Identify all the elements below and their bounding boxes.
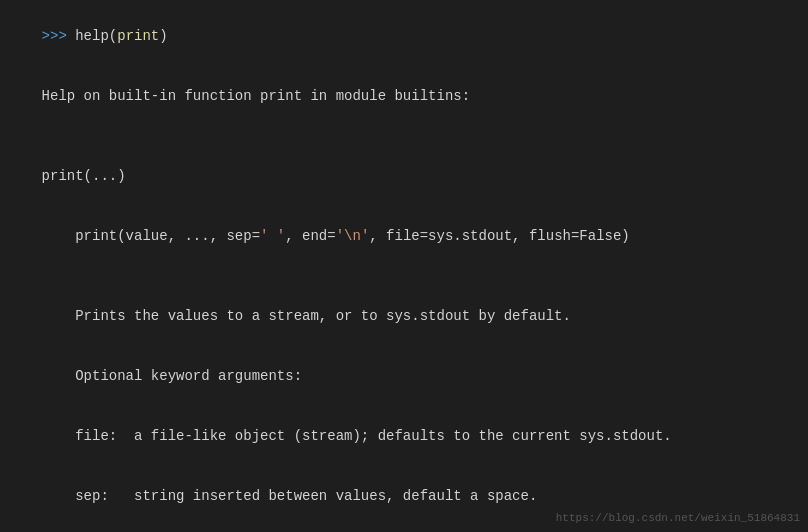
watermark: https://blog.csdn.net/weixin_51864831	[556, 512, 800, 524]
line-desc-1: Prints the values to a stream, or to sys…	[8, 286, 800, 346]
line-print-detail: print(value, ..., sep=' ', end='\n', fil…	[8, 206, 800, 266]
cmd-1: help(print)	[75, 28, 167, 44]
line-desc-end: end: string appended after the last valu…	[8, 526, 800, 532]
line-desc-2: Optional keyword arguments:	[8, 346, 800, 406]
terminal: >>> help(print) Help on built-in functio…	[0, 0, 808, 532]
prompt-1: >>>	[42, 28, 76, 44]
blank-2	[8, 266, 800, 286]
line-2: Help on built-in function print in modul…	[8, 66, 800, 126]
line-desc-file: file: a file-like object (stream); defau…	[8, 406, 800, 466]
line-print-sig: print(...)	[8, 146, 800, 206]
line-1: >>> help(print)	[8, 6, 800, 66]
blank-1	[8, 126, 800, 146]
